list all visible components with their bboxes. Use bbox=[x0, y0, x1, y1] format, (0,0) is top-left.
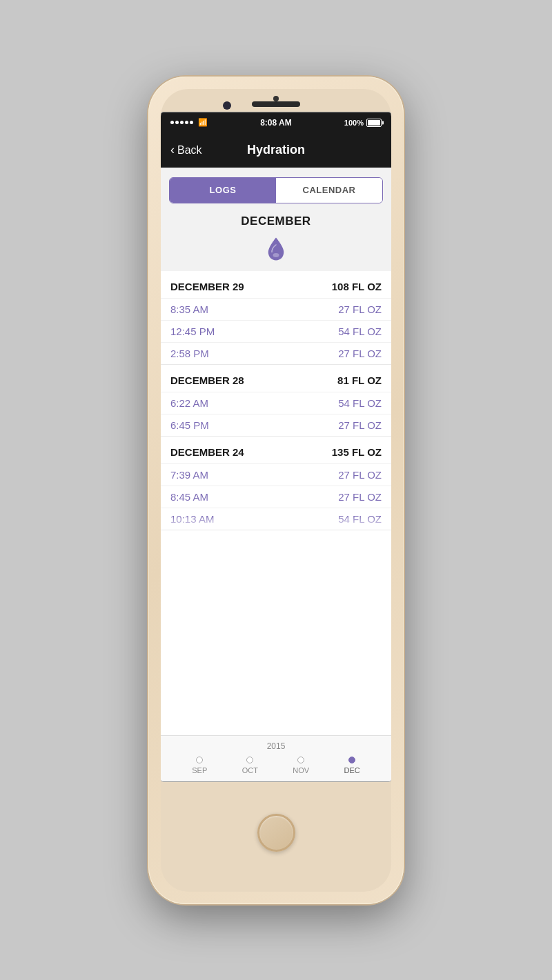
signal-dot-4 bbox=[185, 121, 188, 124]
timeline-dot-dec bbox=[348, 757, 355, 763]
battery-icon bbox=[366, 119, 382, 127]
log-date-dec29: DECEMBER 29 bbox=[170, 281, 244, 292]
phone-frame: 📶 8:08 AM 100% ‹ Back Hydration bbox=[148, 77, 404, 904]
log-time: 8:35 AM bbox=[170, 303, 208, 315]
signal-dot-5 bbox=[190, 121, 193, 124]
back-chevron-icon: ‹ bbox=[170, 143, 175, 157]
bottom-hardware bbox=[257, 781, 295, 892]
log-total-dec24: 135 FL OZ bbox=[332, 446, 382, 458]
log-entry[interactable]: 12:45 PM 54 FL OZ bbox=[161, 320, 391, 342]
signal-dot-3 bbox=[180, 121, 184, 124]
log-time: 8:45 AM bbox=[170, 491, 208, 503]
timeline-label-sep: SEP bbox=[192, 766, 207, 774]
battery-fill bbox=[368, 120, 380, 126]
log-group-dec24: DECEMBER 24 135 FL OZ 7:39 AM 27 FL OZ 8… bbox=[161, 437, 391, 530]
status-left: 📶 bbox=[170, 118, 208, 127]
log-entry[interactable]: 6:45 PM 27 FL OZ bbox=[161, 414, 391, 436]
log-time: 6:22 AM bbox=[170, 397, 208, 409]
log-amount: 27 FL OZ bbox=[338, 491, 382, 503]
screen: 📶 8:08 AM 100% ‹ Back Hydration bbox=[161, 112, 391, 781]
phone-body: 📶 8:08 AM 100% ‹ Back Hydration bbox=[161, 89, 391, 892]
log-amount: 27 FL OZ bbox=[338, 419, 382, 431]
log-amount: 54 FL OZ bbox=[338, 326, 382, 337]
log-amount: 27 FL OZ bbox=[338, 303, 382, 315]
timeline-label-dec: DEC bbox=[344, 766, 360, 774]
front-camera bbox=[223, 101, 231, 110]
month-header: DECEMBER bbox=[161, 203, 391, 271]
home-button[interactable] bbox=[257, 814, 295, 852]
earpiece bbox=[252, 101, 300, 107]
timeline-dot-nov bbox=[297, 757, 304, 763]
log-group-header-dec29: DECEMBER 29 108 FL OZ bbox=[161, 271, 391, 298]
top-hardware bbox=[161, 89, 391, 112]
timeline-dot-sep bbox=[196, 757, 203, 763]
timeline-month-dec[interactable]: DEC bbox=[344, 757, 360, 774]
tab-logs[interactable]: LOGS bbox=[170, 178, 276, 203]
status-right: 100% bbox=[344, 119, 382, 127]
log-group-dec29: DECEMBER 29 108 FL OZ 8:35 AM 27 FL OZ 1… bbox=[161, 271, 391, 365]
logs-list: DECEMBER 29 108 FL OZ 8:35 AM 27 FL OZ 1… bbox=[161, 271, 391, 735]
log-time: 12:45 PM bbox=[170, 326, 215, 337]
log-group-header-dec24: DECEMBER 24 135 FL OZ bbox=[161, 437, 391, 463]
log-amount: 27 FL OZ bbox=[338, 469, 382, 481]
battery-percentage: 100% bbox=[344, 119, 364, 127]
log-entry[interactable]: 10:13 AM 54 FL OZ bbox=[161, 508, 391, 530]
page-title: Hydration bbox=[247, 143, 305, 157]
timeline-bar: 2015 SEP OCT NOV bbox=[161, 735, 391, 781]
signal-dot-1 bbox=[170, 121, 174, 124]
navigation-bar: ‹ Back Hydration bbox=[161, 133, 391, 168]
log-time: 2:58 PM bbox=[170, 348, 209, 359]
status-bar: 📶 8:08 AM 100% bbox=[161, 112, 391, 133]
log-time: 10:13 AM bbox=[170, 513, 214, 525]
log-group-header-dec28: DECEMBER 28 81 FL OZ bbox=[161, 365, 391, 392]
log-time: 6:45 PM bbox=[170, 419, 209, 431]
wifi-icon: 📶 bbox=[198, 118, 208, 127]
timeline-month-nov[interactable]: NOV bbox=[293, 757, 309, 774]
timeline-months: SEP OCT NOV DEC bbox=[161, 757, 391, 774]
timeline-month-oct[interactable]: OCT bbox=[242, 757, 258, 774]
log-entry[interactable]: 7:39 AM 27 FL OZ bbox=[161, 463, 391, 486]
speaker-dot bbox=[273, 96, 279, 101]
log-date-dec24: DECEMBER 24 bbox=[170, 446, 244, 458]
log-total-dec29: 108 FL OZ bbox=[332, 281, 382, 292]
timeline-year: 2015 bbox=[161, 741, 391, 751]
log-group-dec28: DECEMBER 28 81 FL OZ 6:22 AM 54 FL OZ 6:… bbox=[161, 365, 391, 437]
timeline-dot-oct bbox=[246, 757, 253, 763]
timeline-label-oct: OCT bbox=[242, 766, 258, 774]
log-date-dec28: DECEMBER 28 bbox=[170, 374, 244, 386]
water-drop-icon bbox=[264, 237, 288, 261]
log-entry[interactable]: 2:58 PM 27 FL OZ bbox=[161, 342, 391, 364]
log-total-dec28: 81 FL OZ bbox=[337, 374, 382, 386]
log-entry[interactable]: 8:45 AM 27 FL OZ bbox=[161, 486, 391, 508]
log-time: 7:39 AM bbox=[170, 469, 208, 481]
signal-bars bbox=[170, 121, 193, 124]
tab-calendar-label: CALENDAR bbox=[303, 185, 356, 195]
log-amount: 27 FL OZ bbox=[338, 348, 382, 359]
tab-calendar[interactable]: CALENDAR bbox=[276, 178, 382, 203]
timeline-label-nov: NOV bbox=[293, 766, 309, 774]
tab-logs-label: LOGS bbox=[210, 185, 237, 195]
log-amount: 54 FL OZ bbox=[338, 513, 382, 525]
log-entry[interactable]: 8:35 AM 27 FL OZ bbox=[161, 298, 391, 320]
back-label: Back bbox=[177, 144, 202, 157]
svg-point-0 bbox=[273, 253, 279, 257]
back-button[interactable]: ‹ Back bbox=[170, 143, 202, 157]
signal-dot-2 bbox=[175, 121, 179, 124]
status-time: 8:08 AM bbox=[260, 118, 292, 128]
log-amount: 54 FL OZ bbox=[338, 397, 382, 409]
month-title: DECEMBER bbox=[241, 214, 310, 228]
tab-switcher: LOGS CALENDAR bbox=[169, 177, 383, 203]
segment-container: LOGS CALENDAR bbox=[161, 168, 391, 203]
log-entry[interactable]: 6:22 AM 54 FL OZ bbox=[161, 392, 391, 414]
timeline-month-sep[interactable]: SEP bbox=[192, 757, 207, 774]
